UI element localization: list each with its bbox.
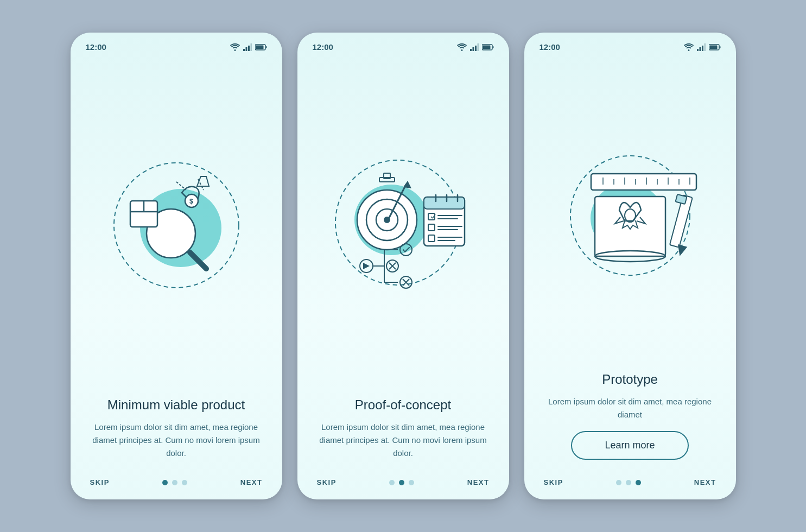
svg-rect-70 <box>719 46 720 48</box>
next-button-3[interactable]: NEXT <box>694 478 716 486</box>
dot-3-3 <box>636 480 641 485</box>
card-title-2: Proof-of-concept <box>317 396 490 413</box>
svg-rect-5 <box>265 46 266 48</box>
svg-rect-67 <box>702 46 703 51</box>
dot-1-2 <box>172 480 177 485</box>
nav-dots-3 <box>616 480 641 485</box>
svg-rect-3 <box>250 43 252 51</box>
wifi-icon-3 <box>684 43 694 51</box>
svg-rect-1 <box>245 47 247 51</box>
status-icons-3 <box>684 43 721 51</box>
nav-bar-2: SKIP NEXT <box>297 470 509 499</box>
svg-rect-2 <box>248 46 250 51</box>
card-description-3: Lorem ipsum dolor sit dim amet, mea regi… <box>544 395 716 421</box>
svg-marker-33 <box>403 181 411 188</box>
battery-icon-2 <box>482 44 494 50</box>
svg-rect-19 <box>470 49 472 51</box>
svg-rect-25 <box>483 45 490 49</box>
svg-rect-66 <box>699 47 701 51</box>
svg-rect-68 <box>704 43 706 51</box>
poc-illustration <box>327 149 479 301</box>
illustration-area-3 <box>524 55 736 365</box>
battery-icon-1 <box>255 44 267 50</box>
card-description-1: Lorem ipsum dolor sit dim amet, mea regi… <box>90 421 263 460</box>
svg-marker-18 <box>197 176 209 186</box>
learn-more-button[interactable]: Learn more <box>571 431 688 460</box>
phone-3: 12:00 <box>524 33 736 499</box>
signal-icon-3 <box>697 43 706 51</box>
content-area-2: Proof-of-concept Lorem ipsum dolor sit d… <box>297 391 509 470</box>
nav-bar-3: SKIP NEXT <box>524 470 736 499</box>
svg-rect-22 <box>477 43 479 51</box>
svg-rect-65 <box>697 49 699 51</box>
next-button-1[interactable]: NEXT <box>240 478 263 486</box>
phone-2: 12:00 <box>297 33 509 499</box>
skip-button-3[interactable]: SKIP <box>544 478 563 486</box>
phones-container: 12:00 <box>71 33 736 499</box>
status-time-2: 12:00 <box>313 42 333 52</box>
status-time-1: 12:00 <box>86 42 106 52</box>
signal-icon-2 <box>470 43 479 51</box>
dot-1-3 <box>182 480 187 485</box>
svg-rect-77 <box>591 174 696 190</box>
status-bar-3: 12:00 <box>524 33 736 55</box>
dot-2-1 <box>389 480 395 485</box>
wifi-icon-1 <box>230 43 240 51</box>
svg-text:$: $ <box>189 198 193 205</box>
dot-1-1 <box>162 480 168 485</box>
svg-rect-0 <box>243 49 245 51</box>
svg-rect-71 <box>709 45 717 49</box>
content-area-1: Minimum viable product Lorem ipsum dolor… <box>71 391 282 470</box>
dot-3-1 <box>616 480 621 485</box>
phone-1: 12:00 <box>71 33 282 499</box>
svg-rect-20 <box>472 47 474 51</box>
signal-icon-1 <box>243 43 252 51</box>
svg-rect-74 <box>595 197 665 256</box>
illustration-area-2 <box>297 55 509 391</box>
dot-2-2 <box>399 480 404 485</box>
status-icons-1 <box>230 43 267 51</box>
dot-2-3 <box>409 480 414 485</box>
skip-button-1[interactable]: SKIP <box>90 478 110 486</box>
status-time-3: 12:00 <box>540 42 560 52</box>
nav-dots-1 <box>162 480 187 485</box>
content-area-3: Prototype Lorem ipsum dolor sit dim amet… <box>524 365 736 470</box>
card-title-3: Prototype <box>544 371 716 388</box>
dot-3-2 <box>626 480 631 485</box>
card-title-1: Minimum viable product <box>90 396 263 413</box>
svg-rect-6 <box>256 45 263 49</box>
nav-bar-1: SKIP NEXT <box>71 470 282 499</box>
next-button-2[interactable]: NEXT <box>467 478 490 486</box>
nav-dots-2 <box>389 480 414 485</box>
svg-rect-37 <box>424 197 465 209</box>
svg-rect-24 <box>492 46 493 48</box>
prototype-illustration <box>554 137 706 289</box>
mvp-illustration: $ <box>100 149 252 301</box>
wifi-icon-2 <box>457 43 467 51</box>
status-bar-1: 12:00 <box>71 33 282 55</box>
battery-icon-3 <box>709 44 721 50</box>
card-description-2: Lorem ipsum dolor sit dim amet, mea regi… <box>317 421 490 460</box>
skip-button-2[interactable]: SKIP <box>317 478 337 486</box>
svg-rect-21 <box>475 46 477 51</box>
status-icons-2 <box>457 43 494 51</box>
status-bar-2: 12:00 <box>297 33 509 55</box>
illustration-area-1: $ <box>71 55 282 391</box>
